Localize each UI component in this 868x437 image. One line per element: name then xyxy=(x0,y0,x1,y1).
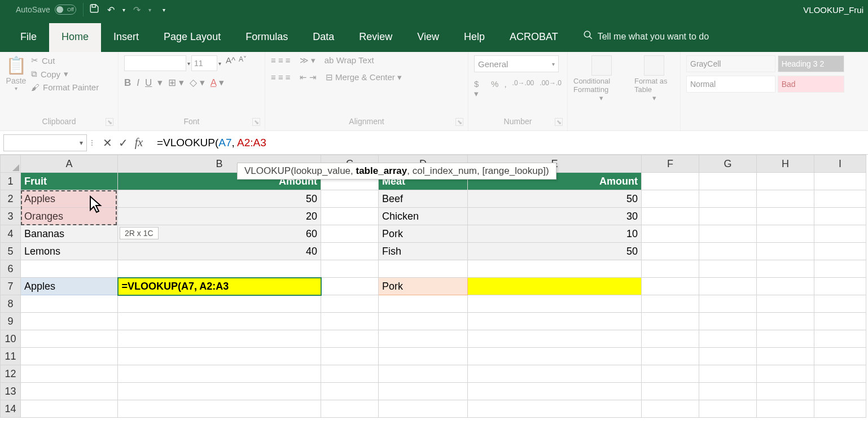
row-header-1[interactable]: 1 xyxy=(1,173,21,190)
cell-F11[interactable] xyxy=(642,348,699,365)
cell-C11[interactable] xyxy=(321,348,379,365)
toggle-switch[interactable]: Off xyxy=(55,5,76,15)
cell-D9[interactable] xyxy=(379,313,468,330)
cell-F2[interactable] xyxy=(642,190,699,208)
accounting-format-button[interactable]: $ ▾ xyxy=(474,79,485,99)
cell-C8[interactable] xyxy=(321,295,379,313)
cell-F9[interactable] xyxy=(642,313,699,330)
cell-C13[interactable] xyxy=(321,383,379,400)
cell-G6[interactable] xyxy=(699,260,757,278)
percent-format-button[interactable]: % xyxy=(491,79,498,99)
cell-C6[interactable] xyxy=(321,260,379,278)
cell-H12[interactable] xyxy=(757,365,814,383)
formula-input[interactable]: =VLOOKUP(A7, A2:A3 xyxy=(147,137,868,149)
cell-A6[interactable] xyxy=(21,260,118,278)
row-header-4[interactable]: 4 xyxy=(1,225,21,243)
cell-I10[interactable] xyxy=(814,330,866,348)
cell-A13[interactable] xyxy=(21,383,118,400)
cell-I3[interactable] xyxy=(814,208,866,225)
cancel-formula-button[interactable]: ✕ xyxy=(99,136,115,150)
cell-G13[interactable] xyxy=(699,383,757,400)
cell-E8[interactable] xyxy=(468,295,642,313)
cell-I5[interactable] xyxy=(814,243,866,260)
font-size-combo[interactable] xyxy=(191,55,217,71)
cut-button[interactable]: ✂Cut xyxy=(31,55,99,65)
cell-G11[interactable] xyxy=(699,348,757,365)
cell-H5[interactable] xyxy=(757,243,814,260)
cell-H3[interactable] xyxy=(757,208,814,225)
cell-H11[interactable] xyxy=(757,348,814,365)
cell-H1[interactable] xyxy=(757,173,814,190)
cell-E13[interactable] xyxy=(468,383,642,400)
cell-style-bad[interactable]: Bad xyxy=(778,76,844,93)
row-header-13[interactable]: 13 xyxy=(1,383,21,400)
cell-B3[interactable]: 20 xyxy=(118,208,321,225)
cell-F14[interactable] xyxy=(642,400,699,418)
number-dialog-launcher[interactable]: ⬊ xyxy=(555,118,563,126)
cell-D13[interactable] xyxy=(379,383,468,400)
select-all-corner[interactable] xyxy=(1,155,21,173)
cell-B12[interactable] xyxy=(118,365,321,383)
cell-B7[interactable]: =VLOOKUP(A7, A2:A3 xyxy=(118,278,321,295)
cell-H8[interactable] xyxy=(757,295,814,313)
redo-dropdown-icon[interactable]: ▾ xyxy=(148,7,151,13)
cell-H10[interactable] xyxy=(757,330,814,348)
copy-button[interactable]: ⧉Copy ▾ xyxy=(31,69,99,79)
cell-I2[interactable] xyxy=(814,190,866,208)
cell-E7[interactable] xyxy=(468,278,642,295)
cell-C2[interactable] xyxy=(321,190,379,208)
cell-E10[interactable] xyxy=(468,330,642,348)
cell-I7[interactable] xyxy=(814,278,866,295)
autosave-toggle[interactable]: AutoSave Off xyxy=(0,5,83,15)
clipboard-dialog-launcher[interactable]: ⬊ xyxy=(106,118,113,126)
cell-G4[interactable] xyxy=(699,225,757,243)
cell-I4[interactable] xyxy=(814,225,866,243)
save-icon[interactable] xyxy=(89,3,99,16)
cell-I11[interactable] xyxy=(814,348,866,365)
cell-H13[interactable] xyxy=(757,383,814,400)
cell-C14[interactable] xyxy=(321,400,379,418)
row-header-14[interactable]: 14 xyxy=(1,400,21,418)
cell-A5[interactable]: Lemons xyxy=(21,243,118,260)
cell-B2[interactable]: 50 xyxy=(118,190,321,208)
cell-D5[interactable]: Fish xyxy=(379,243,468,260)
cell-A1[interactable]: Fruit xyxy=(21,173,118,190)
tab-insert[interactable]: Insert xyxy=(101,23,151,52)
cell-F5[interactable] xyxy=(642,243,699,260)
cell-I14[interactable] xyxy=(814,400,866,418)
cell-G3[interactable] xyxy=(699,208,757,225)
col-header-I[interactable]: I xyxy=(814,155,866,173)
alignment-dialog-launcher[interactable]: ⬊ xyxy=(455,118,463,126)
cell-D6[interactable] xyxy=(379,260,468,278)
redo-icon[interactable]: ↷ xyxy=(133,5,141,15)
row-header-9[interactable]: 9 xyxy=(1,313,21,330)
tab-data[interactable]: Data xyxy=(300,23,347,52)
cell-G9[interactable] xyxy=(699,313,757,330)
cell-D10[interactable] xyxy=(379,330,468,348)
enter-formula-button[interactable]: ✓ xyxy=(115,136,131,150)
row-header-12[interactable]: 12 xyxy=(1,365,21,383)
cell-F8[interactable] xyxy=(642,295,699,313)
format-painter-button[interactable]: 🖌Format Painter xyxy=(31,82,99,92)
merge-center-button[interactable]: ⊟ Merge & Center ▾ xyxy=(326,72,402,82)
cell-H4[interactable] xyxy=(757,225,814,243)
cell-F6[interactable] xyxy=(642,260,699,278)
col-header-H[interactable]: H xyxy=(757,155,814,173)
cell-I9[interactable] xyxy=(814,313,866,330)
fill-color-button[interactable]: ◇ ▾ xyxy=(190,77,205,89)
font-dialog-launcher[interactable]: ⬊ xyxy=(252,118,260,126)
cell-A3[interactable]: Oranges xyxy=(21,208,118,225)
decrease-decimal-button[interactable]: .00→.0 xyxy=(540,79,562,99)
cell-H14[interactable] xyxy=(757,400,814,418)
cell-E14[interactable] xyxy=(468,400,642,418)
cell-H7[interactable] xyxy=(757,278,814,295)
cell-G12[interactable] xyxy=(699,365,757,383)
col-header-A[interactable]: A xyxy=(21,155,118,173)
tab-review[interactable]: Review xyxy=(347,23,405,52)
cell-E2[interactable]: 50 xyxy=(468,190,642,208)
cell-E3[interactable]: 30 xyxy=(468,208,642,225)
cell-A7[interactable]: Apples xyxy=(21,278,118,295)
col-header-G[interactable]: G xyxy=(699,155,757,173)
insert-function-button[interactable]: fx xyxy=(131,136,147,149)
cell-G5[interactable] xyxy=(699,243,757,260)
